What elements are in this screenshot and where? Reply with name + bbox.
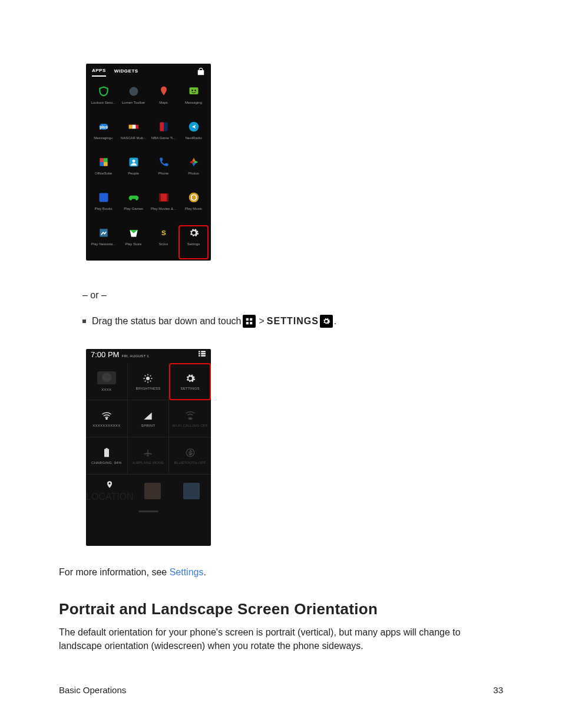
shop-icon[interactable] — [197, 68, 205, 76]
section-heading: Portrait and Landscape Screen Orientatio… — [59, 600, 503, 618]
app-label: Photos — [188, 172, 199, 175]
app-photos[interactable]: Photos — [178, 154, 209, 189]
tab-apps[interactable]: APPS — [92, 68, 106, 77]
app-people[interactable]: People — [118, 154, 148, 189]
app-label: Play Movies &... — [151, 207, 176, 210]
globe-icon — [126, 84, 141, 99]
qs-tile-charging-94[interactable]: CHARGING, 94% — [86, 437, 128, 475]
svg-text:plus: plus — [100, 125, 108, 130]
app-phone[interactable]: Phone — [148, 154, 178, 189]
app-label: Lumen Toolbar — [122, 101, 146, 104]
app-play-books[interactable]: Play Books — [88, 190, 118, 224]
app-scout[interactable]: SScout — [148, 225, 178, 259]
app-nextradio[interactable]: NextRadio — [178, 119, 209, 153]
svg-point-2 — [191, 90, 193, 91]
qs-tile-bluetooth-off[interactable]: BLUETOOTH OFF — [169, 437, 211, 475]
svg-rect-1 — [189, 87, 198, 94]
svg-rect-10 — [160, 123, 164, 131]
bluetooth-icon — [184, 447, 196, 459]
plus-icon: plus — [96, 119, 111, 134]
app-play-music[interactable]: Play Music — [178, 190, 209, 224]
wificall-icon — [184, 410, 196, 421]
app-label: Play Newssta... — [91, 242, 115, 246]
notif-date: FRI, AUGUST 1 — [121, 354, 148, 358]
svg-rect-28 — [201, 353, 206, 354]
app-play-games[interactable]: Play Games — [118, 190, 148, 224]
svg-rect-24 — [250, 322, 252, 324]
qs-tile-xxxxxxxxxxx[interactable]: XXXXXXXXXXX — [86, 400, 128, 437]
list-icon[interactable] — [198, 350, 206, 357]
svg-point-40 — [106, 418, 107, 419]
app-messaging[interactable]: Messaging — [178, 84, 209, 118]
qs-label: CHARGING, 94% — [91, 461, 122, 465]
drag-handle[interactable] — [86, 507, 211, 515]
maps-icon — [156, 84, 171, 99]
nba-icon — [156, 119, 171, 134]
app-lumen-toolbar[interactable]: Lumen Toolbar — [118, 84, 148, 118]
qs-tile-sprint[interactable]: SPRINT — [128, 400, 170, 437]
qs-tile-airplane-mode[interactable]: AIRPLANE MODE — [128, 437, 170, 475]
qs-tile-settings[interactable]: SETTINGS — [169, 363, 211, 400]
quick-settings-icon — [243, 315, 256, 328]
photos-icon — [186, 154, 201, 170]
app-label: Scout — [159, 242, 168, 246]
svg-point-3 — [194, 90, 196, 91]
qs-label: XXXX — [101, 388, 111, 391]
svg-rect-23 — [246, 322, 248, 324]
app-label: OfficeSuite — [95, 172, 112, 175]
or-text: – or – — [82, 290, 503, 301]
svg-rect-22 — [250, 318, 252, 321]
gear-icon — [186, 225, 201, 241]
radio-icon — [186, 119, 201, 134]
page-footer: Basic Operations 33 — [59, 685, 503, 695]
shield-icon — [96, 84, 111, 99]
app-messaging[interactable]: plusMessaging+ — [88, 119, 118, 153]
qs-tile-wi-fi-calling-off[interactable]: WI-FI CALLING OFF — [169, 400, 211, 437]
battery-icon — [101, 447, 113, 459]
qs-tile-location[interactable]: LOCATION — [86, 475, 134, 507]
app-play-newssta[interactable]: Play Newssta... — [88, 225, 118, 259]
qs-label: AIRPLANE MODE — [133, 461, 164, 465]
app-nba-game-ti[interactable]: NBA Game Ti... — [148, 119, 178, 153]
svg-rect-42 — [105, 448, 107, 449]
settings-link[interactable]: Settings — [170, 567, 204, 577]
app-label: Messaging — [185, 101, 202, 104]
svg-point-0 — [129, 87, 138, 96]
office-icon — [96, 154, 111, 170]
app-label: Lookout Secu... — [91, 101, 116, 104]
svg-rect-8 — [132, 125, 135, 129]
music-icon — [186, 190, 201, 205]
scout-icon: S — [156, 225, 171, 241]
svg-rect-15 — [159, 193, 161, 201]
instruction-prefix: Drag the status bar down and touch — [92, 316, 242, 327]
app-maps[interactable]: Maps — [148, 84, 178, 118]
location-icon — [105, 480, 114, 489]
svg-line-39 — [145, 381, 146, 382]
wifi-icon — [101, 410, 113, 421]
app-label: NextRadio — [185, 136, 201, 140]
movies-icon — [156, 190, 171, 205]
airplane-icon — [142, 447, 154, 459]
phone-icon — [156, 154, 171, 170]
apps-header: APPS WIDGETS — [86, 64, 211, 80]
qs-label: BRIGHTNESS — [135, 387, 160, 390]
qs-tile-brightness[interactable]: BRIGHTNESS — [128, 363, 170, 400]
app-label: Play Store — [125, 242, 142, 246]
gear-icon — [184, 373, 196, 384]
store-icon — [126, 225, 141, 241]
info-line: For more information, see Settings. — [59, 567, 503, 578]
app-play-store[interactable]: Play Store — [118, 225, 148, 259]
svg-point-17 — [189, 193, 199, 203]
settings-word: SETTINGS — [267, 316, 319, 327]
app-settings[interactable]: Settings — [178, 225, 209, 259]
qs-tile-xxxx[interactable]: XXXX — [86, 363, 128, 400]
app-play-movies[interactable]: Play Movies &... — [148, 190, 178, 224]
info-suffix: . — [203, 567, 206, 577]
svg-point-31 — [146, 377, 150, 380]
brightness-icon — [142, 373, 154, 384]
app-label: NBA Game Ti... — [151, 136, 176, 140]
app-officesuite[interactable]: OfficeSuite — [88, 154, 118, 189]
app-nascar-mob[interactable]: NASCAR Mob... — [118, 119, 148, 153]
tab-widgets[interactable]: WIDGETS — [114, 68, 138, 76]
app-lookout-secu[interactable]: Lookout Secu... — [88, 84, 118, 118]
